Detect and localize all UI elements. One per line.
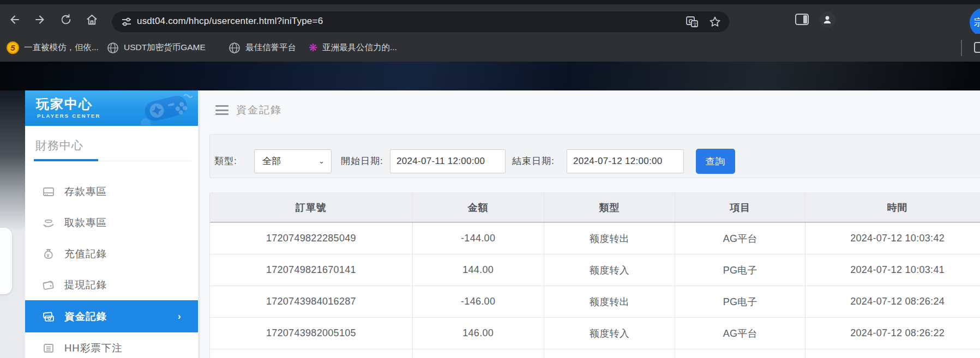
order-no-cell: 1720743982005105: [210, 318, 412, 349]
side-panel-icon[interactable]: [795, 14, 809, 27]
reload-icon[interactable]: [59, 13, 73, 27]
banknotes-icon: [43, 311, 55, 323]
bookmark-label: 一直被模仿，但依...: [24, 42, 99, 53]
amount-cell: -146.00: [412, 286, 544, 317]
type-cell: 额度转出: [544, 223, 675, 254]
page-side-card: [0, 228, 12, 294]
column-header: 類型: [544, 193, 675, 222]
bookmark-label: 最佳信誉平台: [245, 42, 296, 53]
account-avatar[interactable]: 宗: [970, 8, 980, 37]
type-cell: 额度转出: [544, 286, 675, 317]
item-cell: AG平台: [675, 318, 805, 349]
type-select-value: 全部: [262, 156, 281, 166]
bookmark-item[interactable]: ❋ 亚洲最具公信力的...: [309, 34, 397, 62]
amount-cell: -144.00: [412, 223, 544, 254]
browser-window: usdt04.com/hhcp/usercenter.html?iniType=…: [0, 0, 980, 358]
type-label: 類型:: [214, 149, 237, 173]
withdraw-icon: [43, 217, 55, 229]
globe-favicon: [229, 42, 241, 54]
amount-cell: 144.00: [412, 254, 544, 286]
page-title: 資金記錄: [236, 103, 282, 117]
type-cell: 额度转入: [544, 254, 675, 286]
start-date-input[interactable]: 2024-07-11 12:00:00: [390, 149, 506, 173]
home-icon[interactable]: [85, 13, 99, 27]
section-divider-accent: [34, 159, 98, 161]
end-date-label: 結束日期:: [512, 149, 555, 173]
flower-favicon: ❋: [309, 42, 317, 54]
coin-5-favicon: 5: [7, 41, 19, 54]
end-date-input[interactable]: 2024-07-12 12:00:00: [567, 149, 684, 173]
sidebar-item-recharge-record[interactable]: ¥ 充值記錄: [25, 238, 198, 269]
order-no-cell: 1720749821670141: [210, 254, 412, 286]
time-cell: 2024-07-12 08:26:22: [805, 318, 980, 349]
order-no-cell: 1720749822285049: [210, 223, 412, 254]
time-cell: 2024-07-12 10:03:42: [805, 223, 980, 254]
web-page: 玩家中心 PLAYERS CENTER: [0, 62, 980, 358]
table-row-partial: [210, 349, 980, 358]
column-header: 項目: [675, 193, 805, 222]
item-cell: PG电子: [675, 286, 805, 317]
sidebar-section-header: 財務中心: [25, 126, 198, 169]
bookmark-item[interactable]: 最佳信誉平台: [229, 34, 296, 62]
sidebar-header: 玩家中心 PLAYERS CENTER: [25, 90, 198, 126]
bookmark-item[interactable]: USDT加密货币GAME: [107, 34, 206, 62]
start-date-label: 開始日期:: [341, 149, 383, 173]
bookmark-star-icon[interactable]: [708, 15, 722, 31]
bookmarks-divider: [961, 40, 962, 56]
funds-record-table: 訂單號 金額 類型 項目 時間 1720749822285049 -144.00…: [209, 192, 980, 358]
gamepad-icon: [129, 92, 195, 126]
filter-bar: 類型: 全部 ⌄ 開始日期: 2024-07-11 12:00:00 結束日期:…: [209, 134, 980, 178]
amount-cell: 146.00: [412, 318, 544, 349]
search-button[interactable]: 查詢: [696, 149, 735, 174]
sidebar-item-hh-lottery[interactable]: HH彩票下注: [25, 332, 198, 358]
table-header-row: 訂單號 金額 類型 項目 時間: [210, 193, 980, 223]
sidebar-item-withdraw[interactable]: 取款專區: [25, 207, 198, 238]
sidebar-subtitle: PLAYERS CENTER: [37, 113, 101, 119]
forward-icon[interactable]: [33, 13, 47, 27]
chevron-right-icon: ›: [178, 311, 181, 322]
item-cell: AG平台: [675, 223, 805, 254]
table-row: 1720743982005105 146.00 额度转入 AG平台 2024-0…: [210, 318, 980, 349]
bookmark-label: USDT加密货币GAME: [124, 42, 206, 53]
svg-text:文: 文: [693, 22, 698, 27]
url-text[interactable]: usdt04.com/hhcp/usercenter.html?iniType=…: [137, 16, 323, 27]
sidebar-item-withdrawal-record[interactable]: 提現記錄: [25, 269, 198, 300]
type-cell: 额度转入: [544, 318, 675, 349]
deposit-icon: [43, 186, 55, 198]
bookmarks-bar: 5 一直被模仿，但依... USDT加密货币GAME 最佳信誉平台 ❋ 亚洲最具…: [0, 34, 980, 62]
type-select[interactable]: 全部 ⌄: [254, 149, 332, 173]
hamburger-icon[interactable]: [215, 105, 229, 115]
sidebar-item-label: 充值記錄: [64, 247, 107, 260]
chevron-down-icon: ⌄: [318, 150, 324, 173]
column-header: 訂單號: [210, 193, 412, 222]
sidebar-item-funds-record[interactable]: 資金記錄 ›: [25, 300, 198, 332]
sidebar-menu: 存款專區 取款專區 ¥ 充值記錄: [25, 176, 198, 358]
sidebar-section-title: 財務中心: [35, 138, 83, 153]
address-bar[interactable]: usdt04.com/hhcp/usercenter.html?iniType=…: [112, 11, 729, 32]
svg-text:¥: ¥: [47, 252, 50, 258]
tab-strip: [0, 0, 980, 4]
time-cell: 2024-07-12 10:03:41: [805, 254, 980, 286]
other-bookmarks-icon[interactable]: [974, 42, 980, 55]
funds-record-panel: 資金記錄 類型: 全部 ⌄ 開始日期: 2024-07-11 12:00:00 …: [200, 90, 980, 358]
sidebar-item-label: 取款專區: [64, 216, 107, 229]
globe-favicon: [107, 42, 119, 54]
sidebar-item-label: 資金記錄: [64, 310, 107, 323]
sidebar-item-label: 存款專區: [64, 185, 107, 198]
back-icon[interactable]: [8, 13, 22, 27]
column-header: 時間: [805, 193, 980, 222]
bookmark-item[interactable]: 5 一直被模仿，但依...: [7, 34, 99, 62]
sidebar-item-label: 提現記錄: [64, 278, 107, 292]
avatar-glyph: 宗: [974, 16, 980, 29]
list-icon: [43, 342, 55, 354]
column-header: 金額: [412, 193, 544, 222]
hero-banner: [0, 62, 980, 90]
banner-left-strip: [0, 90, 25, 232]
sidebar-title: 玩家中心: [36, 95, 93, 113]
profile-icon[interactable]: [819, 11, 835, 28]
item-cell: PG电子: [675, 254, 805, 286]
site-info-icon[interactable]: [121, 16, 133, 28]
sidebar-item-deposit[interactable]: 存款專區: [25, 176, 198, 207]
table-row: 1720749821670141 144.00 额度转入 PG电子 2024-0…: [210, 254, 980, 286]
translate-icon[interactable]: G文: [686, 15, 699, 31]
